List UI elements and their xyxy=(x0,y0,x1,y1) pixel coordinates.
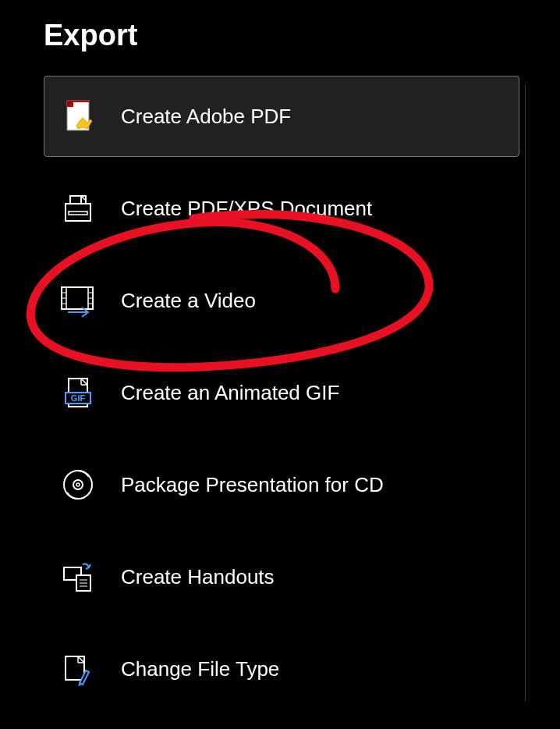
option-label: Create Handouts xyxy=(121,565,275,589)
handouts-icon xyxy=(57,556,99,598)
option-label: Create Adobe PDF xyxy=(121,105,291,129)
option-create-pdf-xps[interactable]: Create PDF/XPS Document xyxy=(44,168,519,249)
option-create-adobe-pdf[interactable]: Create Adobe PDF xyxy=(44,76,519,157)
video-icon xyxy=(57,279,99,322)
export-panel: Export Create Adobe PDF xyxy=(0,0,560,720)
option-create-video[interactable]: Create a Video xyxy=(44,260,519,341)
svg-text:GIF: GIF xyxy=(71,393,86,403)
option-package-cd[interactable]: Package Presentation for CD xyxy=(44,444,519,525)
option-label: Change File Type xyxy=(121,657,279,681)
pdf-xps-icon xyxy=(57,187,99,229)
change-file-type-icon xyxy=(57,648,99,690)
adobe-pdf-icon xyxy=(57,95,99,137)
vertical-divider xyxy=(525,84,526,701)
svg-point-24 xyxy=(73,480,83,489)
option-change-file-type[interactable]: Change File Type xyxy=(44,628,519,709)
svg-rect-7 xyxy=(69,212,87,215)
option-label: Create a Video xyxy=(121,289,256,313)
svg-rect-5 xyxy=(70,196,81,204)
svg-point-25 xyxy=(76,483,80,486)
option-label: Create PDF/XPS Document xyxy=(121,197,372,221)
option-create-gif[interactable]: GIF Create an Animated GIF xyxy=(44,352,519,433)
svg-marker-18 xyxy=(81,379,87,385)
svg-rect-3 xyxy=(66,204,90,221)
option-label: Create an Animated GIF xyxy=(121,381,339,405)
svg-rect-4 xyxy=(70,196,86,204)
page-title: Export xyxy=(44,19,560,52)
svg-marker-32 xyxy=(78,656,84,663)
gif-icon: GIF xyxy=(57,372,99,414)
option-label: Package Presentation for CD xyxy=(121,473,384,497)
option-create-handouts[interactable]: Create Handouts xyxy=(44,536,519,617)
export-option-list: Create Adobe PDF Create PDF/XPS Document xyxy=(44,76,560,720)
cd-icon xyxy=(57,464,99,506)
